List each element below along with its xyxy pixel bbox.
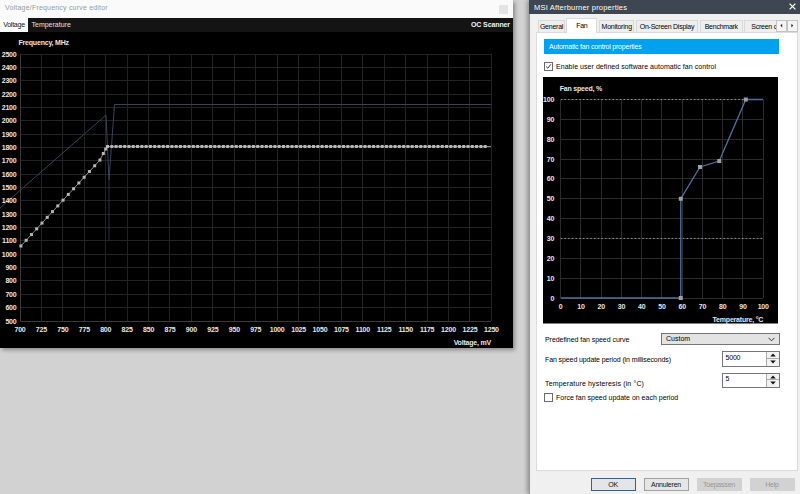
svg-text:2100: 2100 — [2, 104, 17, 111]
svg-text:2200: 2200 — [2, 91, 17, 98]
svg-text:1300: 1300 — [2, 211, 17, 218]
svg-text:700: 700 — [14, 326, 25, 333]
svg-text:1075: 1075 — [334, 326, 349, 333]
svg-text:750: 750 — [57, 326, 68, 333]
svg-text:0: 0 — [559, 303, 563, 310]
svg-text:100: 100 — [543, 96, 554, 103]
svg-text:1800: 1800 — [2, 144, 17, 151]
svg-text:30: 30 — [547, 235, 555, 242]
svg-text:90: 90 — [547, 116, 555, 123]
svg-text:1200: 1200 — [441, 326, 456, 333]
svg-text:Temperature, °C: Temperature, °C — [713, 316, 764, 324]
svg-text:2500: 2500 — [2, 51, 17, 58]
svg-text:10: 10 — [547, 275, 555, 282]
svg-text:1400: 1400 — [2, 197, 17, 204]
svg-text:975: 975 — [250, 326, 261, 333]
svg-text:100: 100 — [758, 303, 769, 310]
svg-text:1900: 1900 — [2, 131, 17, 138]
svg-text:50: 50 — [659, 303, 667, 310]
svg-text:Fan speed, %: Fan speed, % — [560, 85, 603, 93]
svg-text:60: 60 — [679, 303, 687, 310]
svg-text:70: 70 — [547, 156, 555, 163]
svg-text:1125: 1125 — [377, 326, 392, 333]
svg-text:1000: 1000 — [270, 326, 285, 333]
svg-text:1100: 1100 — [356, 326, 371, 333]
svg-text:1025: 1025 — [291, 326, 306, 333]
svg-text:775: 775 — [79, 326, 90, 333]
svg-text:0: 0 — [551, 295, 555, 302]
svg-text:1175: 1175 — [420, 326, 435, 333]
svg-text:20: 20 — [598, 303, 606, 310]
svg-text:1250: 1250 — [484, 326, 499, 333]
svg-text:20: 20 — [547, 255, 555, 262]
svg-text:80: 80 — [547, 136, 555, 143]
svg-text:900: 900 — [5, 264, 16, 271]
svg-text:800: 800 — [100, 326, 111, 333]
svg-text:Frequency, MHz: Frequency, MHz — [19, 39, 70, 47]
svg-text:80: 80 — [719, 303, 727, 310]
svg-text:850: 850 — [143, 326, 154, 333]
svg-text:1150: 1150 — [399, 326, 414, 333]
svg-text:10: 10 — [578, 303, 586, 310]
svg-text:1700: 1700 — [2, 157, 17, 164]
svg-text:900: 900 — [186, 326, 197, 333]
svg-text:700: 700 — [5, 291, 16, 298]
svg-text:600: 600 — [5, 304, 16, 311]
svg-text:950: 950 — [229, 326, 240, 333]
svg-text:30: 30 — [618, 303, 626, 310]
svg-text:875: 875 — [164, 326, 175, 333]
svg-text:40: 40 — [638, 303, 646, 310]
svg-text:800: 800 — [5, 277, 16, 284]
svg-text:2300: 2300 — [2, 77, 17, 84]
svg-text:1100: 1100 — [2, 237, 17, 244]
svg-text:1050: 1050 — [313, 326, 328, 333]
svg-text:2400: 2400 — [2, 64, 17, 71]
svg-text:60: 60 — [547, 175, 555, 182]
svg-text:40: 40 — [547, 215, 555, 222]
svg-text:725: 725 — [36, 326, 47, 333]
svg-text:1225: 1225 — [463, 326, 478, 333]
svg-text:925: 925 — [207, 326, 218, 333]
svg-text:1200: 1200 — [2, 224, 17, 231]
svg-text:825: 825 — [122, 326, 133, 333]
svg-text:Voltage, mV: Voltage, mV — [454, 339, 492, 347]
svg-text:2000: 2000 — [2, 117, 17, 124]
svg-text:1000: 1000 — [2, 251, 17, 258]
svg-text:500: 500 — [5, 318, 16, 325]
svg-text:1500: 1500 — [2, 184, 17, 191]
svg-text:1600: 1600 — [2, 171, 17, 178]
svg-text:50: 50 — [547, 195, 555, 202]
svg-text:90: 90 — [740, 303, 748, 310]
svg-text:70: 70 — [699, 303, 707, 310]
